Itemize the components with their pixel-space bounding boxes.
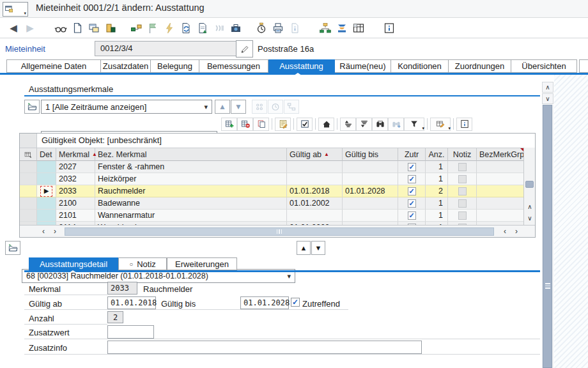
table-row[interactable]: 2032 Heizkörper ✓ 1: [20, 173, 535, 185]
tab-konditionen[interactable]: Konditionen: [391, 59, 449, 73]
bezmerkgrp-cell[interactable]: [477, 161, 523, 173]
copy-screen-button[interactable]: [86, 20, 102, 36]
services-button[interactable]: [228, 20, 244, 36]
print-button[interactable]: [270, 20, 286, 36]
timeframe-combo[interactable]: 1 [Alle Zeiträume anzeigen] ▾: [41, 100, 212, 114]
bezmerkgrp-cell[interactable]: [477, 185, 523, 197]
gueltig-ab-cell[interactable]: [287, 173, 343, 185]
transport-button[interactable]: [128, 20, 144, 36]
help-button[interactable]: [381, 20, 398, 36]
multi-select-button[interactable]: [252, 100, 267, 114]
hscroll-track[interactable]: [65, 227, 494, 236]
flag-button[interactable]: [144, 20, 161, 36]
edit-button[interactable]: [236, 40, 253, 57]
zutreffend-checkbox[interactable]: ✓: [291, 298, 300, 307]
merkmal-cell[interactable]: 2027: [56, 161, 95, 173]
grid-info-button[interactable]: [456, 118, 472, 131]
gueltig-bis-cell[interactable]: [343, 197, 398, 210]
mieteinheit-input[interactable]: 0012/3/4: [95, 41, 239, 56]
detail-cell[interactable]: ▶: [37, 185, 56, 197]
skip-button[interactable]: [211, 20, 228, 36]
filter-button[interactable]: ▾: [404, 118, 424, 131]
bezeichnung-cell[interactable]: Badewanne: [95, 197, 287, 210]
refresh-button[interactable]: [178, 20, 194, 36]
col-header-bezmerkgrp[interactable]: BezMerkGrp: [477, 148, 523, 161]
select-all-button[interactable]: [20, 148, 37, 161]
table-row[interactable]: 2101 Wannenarmatur ✓ 1: [20, 210, 535, 222]
scroll-left-button[interactable]: ‹: [499, 227, 511, 236]
note-button[interactable]: [275, 118, 291, 131]
anzahl-cell[interactable]: 1: [426, 161, 448, 173]
gueltig-ab-cell[interactable]: 01.01.2018: [287, 185, 343, 197]
bezeichnung-cell[interactable]: Fenster & -rahmen: [95, 161, 287, 173]
tab-raeume-neu[interactable]: Räume(neu): [335, 59, 391, 73]
copy-row-button[interactable]: [253, 118, 269, 131]
anzahl-cell[interactable]: 1: [426, 197, 448, 210]
bezeichnung-cell[interactable]: Wannenarmatur: [95, 210, 287, 222]
bezeichnung-cell[interactable]: Rauchmelder: [95, 185, 287, 197]
zusatzinfo-field[interactable]: [107, 341, 422, 354]
scroll-down-button[interactable]: ∨: [524, 214, 536, 223]
tab-partial[interactable]: [579, 59, 588, 73]
gueltig-bis-field[interactable]: 01.01.2028: [240, 296, 289, 309]
row-selector[interactable]: [20, 210, 37, 222]
gueltig-bis-cell[interactable]: [343, 173, 398, 185]
bezmerkgrp-cell[interactable]: [477, 173, 523, 185]
check-entries-button[interactable]: [297, 118, 313, 131]
merkmal-cell[interactable]: 2032: [56, 173, 95, 185]
col-header-zutr[interactable]: Zutr: [398, 148, 426, 161]
gueltig-bis-cell[interactable]: [343, 161, 398, 173]
tab-ausstattung[interactable]: Ausstattung: [268, 59, 335, 73]
find-button[interactable]: [372, 118, 388, 131]
table-row[interactable]: 2100 Badewanne 01.01.2002 ✓ 1: [20, 197, 535, 210]
notiz-checkbox[interactable]: [458, 187, 467, 195]
window-menu-button[interactable]: ▾: [3, 2, 28, 17]
grid-vertical-scrollbar[interactable]: ∧ ∨: [523, 148, 535, 226]
activate-button[interactable]: [161, 20, 178, 36]
gueltig-bis-cell[interactable]: 01.01.2028: [343, 185, 398, 197]
anzahl-cell[interactable]: 1: [426, 173, 448, 185]
table-settings-button[interactable]: ▾: [430, 118, 451, 131]
validity-row-selector[interactable]: [20, 134, 37, 148]
tab-allgemeine-daten[interactable]: Allgemeine Daten: [6, 59, 101, 73]
merkmal-cell[interactable]: 2101: [56, 210, 95, 222]
zutr-checkbox[interactable]: ✓: [408, 163, 416, 171]
detail-cell[interactable]: [37, 197, 56, 210]
next-merkmal-button[interactable]: ▼: [311, 241, 325, 255]
page-scroll-thumb[interactable]: [543, 105, 552, 368]
scroll-up-button[interactable]: ∧: [524, 203, 536, 211]
col-header-gueltig-ab[interactable]: Gültig ab ▲: [287, 148, 343, 161]
grid-vscroll-thumb[interactable]: [525, 181, 534, 188]
bezmerkgrp-cell[interactable]: [477, 197, 523, 210]
hscroll-thumb[interactable]: [65, 227, 494, 236]
page-scroll-down-button[interactable]: ∨: [542, 93, 553, 104]
standard-view-button[interactable]: [318, 118, 334, 131]
insert-row-button[interactable]: [221, 118, 237, 131]
grid-horizontal-scrollbar[interactable]: ‹ › ‹ ›: [20, 225, 535, 237]
gueltig-ab-cell[interactable]: [287, 161, 343, 173]
back-button[interactable]: ◀: [5, 20, 22, 36]
blocks-button[interactable]: [102, 20, 119, 36]
anzahl-cell[interactable]: 1: [426, 210, 448, 222]
gueltig-ab-cell[interactable]: 01.01.2002: [287, 197, 343, 210]
merkmal-field[interactable]: 2033: [107, 282, 137, 295]
col-header-bez-merkmal[interactable]: Bez. Merkmal: [95, 148, 287, 161]
forward-button[interactable]: ▶: [22, 20, 38, 36]
detail-indicator-icon[interactable]: ▶: [40, 186, 52, 197]
notiz-checkbox[interactable]: [458, 163, 467, 171]
detail-cell[interactable]: [37, 161, 56, 173]
tab-belegung[interactable]: Belegung: [151, 59, 199, 73]
page-scrollbar[interactable]: ∧ ∨: [542, 82, 553, 368]
gueltig-ab-field[interactable]: 01.01.2018: [107, 296, 156, 309]
zutr-checkbox[interactable]: ✓: [408, 175, 416, 183]
anzahl-field[interactable]: 2: [107, 311, 123, 323]
page-scroll-up-button[interactable]: ∧: [542, 82, 553, 93]
row-selector[interactable]: [20, 173, 37, 185]
previous-merkmal-button[interactable]: ▲: [297, 241, 311, 255]
layers-button[interactable]: [334, 20, 350, 36]
subtab-ausstattungsdetail[interactable]: Ausstattungsdetail: [29, 257, 118, 270]
export-button[interactable]: [194, 20, 211, 36]
zutr-checkbox[interactable]: ✓: [408, 187, 416, 195]
doc-info-button[interactable]: [286, 20, 303, 36]
scroll-right-button[interactable]: ›: [511, 227, 522, 236]
